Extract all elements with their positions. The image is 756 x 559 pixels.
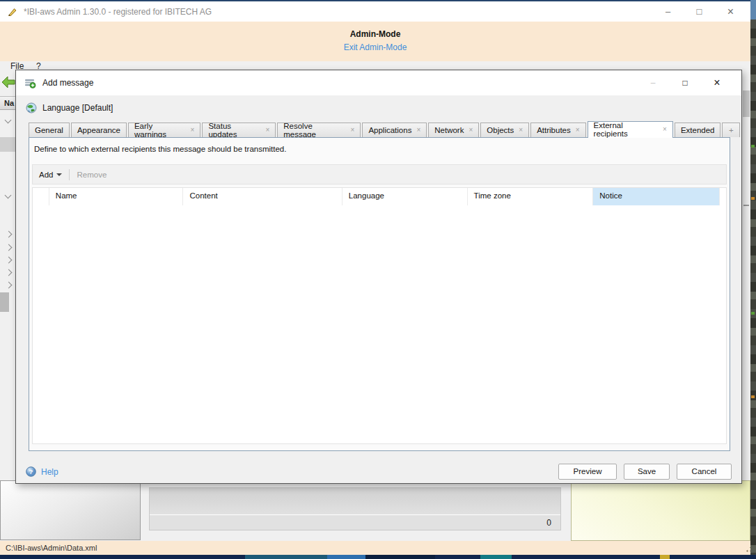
- dialog-close-icon[interactable]: ×: [701, 71, 733, 95]
- tab-objects[interactable]: Objects ×: [480, 123, 529, 137]
- screen: *IBI-aws Admin 1.30.0 - registered for I…: [0, 0, 756, 559]
- add-message-icon: [24, 77, 36, 88]
- table-body-empty: [33, 205, 726, 443]
- tab-resolve-message[interactable]: Resolve message ×: [277, 123, 361, 137]
- add-message-dialog: Add message – □ × Language [Default] G: [15, 70, 742, 484]
- row-indicator-column: [33, 188, 49, 205]
- table-header-row: Name Content Language Time zone Notice: [33, 188, 726, 206]
- dialog-window-controls: – □ ×: [637, 71, 733, 95]
- dialog-titlebar: Add message – □ ×: [16, 70, 741, 95]
- svg-text:?: ?: [29, 468, 33, 475]
- back-arrow-icon[interactable]: [1, 76, 15, 91]
- cancel-button[interactable]: Cancel: [677, 464, 732, 480]
- tab-appearance[interactable]: Appearance: [71, 123, 127, 137]
- tab-description: Define to which external recipients this…: [34, 145, 286, 153]
- tab-close-icon[interactable]: ×: [416, 127, 420, 134]
- column-header-name[interactable]: Name: [49, 188, 184, 205]
- tab-close-icon[interactable]: ×: [576, 127, 580, 134]
- minimize-icon[interactable]: –: [652, 2, 684, 21]
- tab-page-content: Define to which external recipients this…: [29, 137, 730, 451]
- chevron-down-icon: [56, 173, 62, 176]
- taskbar-strip: [0, 555, 756, 559]
- column-header-notice[interactable]: Notice: [593, 188, 720, 205]
- dialog-tabstrip: General Appearance Early warnings × Stat…: [29, 120, 741, 137]
- maximize-icon[interactable]: □: [684, 2, 715, 21]
- add-tab-button[interactable]: +: [722, 123, 740, 137]
- dialog-minimize-icon[interactable]: –: [637, 71, 669, 95]
- background-middle-panel: 0: [149, 487, 561, 530]
- desktop-sliver-top: [750, 0, 756, 19]
- tab-early-warnings[interactable]: Early warnings ×: [128, 123, 201, 137]
- globe-icon: [26, 102, 37, 113]
- scrollbar-thumb[interactable]: [743, 90, 750, 117]
- tab-close-icon[interactable]: ×: [351, 127, 355, 134]
- tab-status-updates[interactable]: Status updates ×: [202, 123, 276, 137]
- dialog-title: Add message: [42, 78, 93, 88]
- tab-attributes[interactable]: Attributes ×: [530, 123, 585, 137]
- tab-close-icon[interactable]: ×: [191, 127, 195, 134]
- recipients-table: Name Content Language Time zone Notice: [32, 187, 727, 444]
- tab-external-recipients[interactable]: External recipients ×: [588, 121, 673, 138]
- background-scrollbar[interactable]: [742, 72, 750, 541]
- add-button[interactable]: Add: [39, 171, 62, 179]
- remove-button[interactable]: Remove: [77, 171, 107, 179]
- window-title: *IBI-aws Admin 1.30.0 - registered for I…: [24, 7, 212, 17]
- save-button[interactable]: Save: [624, 464, 670, 480]
- recipients-toolbar: Add Remove: [32, 164, 727, 184]
- admin-mode-heading: Admin-Mode: [0, 22, 750, 39]
- admin-mode-banner: Admin-Mode Exit Admin-Mode: [0, 22, 750, 61]
- column-header-language[interactable]: Language: [342, 188, 468, 205]
- scrollbar-tick: [743, 205, 749, 206]
- background-note-panel: [571, 480, 750, 541]
- help-label: Help: [41, 467, 58, 477]
- help-link[interactable]: ? Help: [26, 466, 58, 477]
- tab-close-icon[interactable]: ×: [468, 127, 473, 134]
- app-icon: [7, 6, 18, 17]
- help-icon: ?: [26, 466, 36, 477]
- tab-network[interactable]: Network ×: [428, 123, 479, 137]
- close-icon[interactable]: ×: [715, 2, 746, 21]
- column-header-timezone[interactable]: Time zone: [468, 188, 594, 205]
- status-bar: C:\IBI-aws\Admin\Data.xml: [0, 541, 750, 555]
- tree-column-header: Na: [0, 96, 15, 110]
- tab-applications[interactable]: Applications ×: [362, 123, 427, 137]
- tree-selected-row[interactable]: [0, 137, 15, 152]
- tab-general[interactable]: General: [29, 123, 70, 137]
- exit-admin-mode-link[interactable]: Exit Admin-Mode: [0, 42, 750, 52]
- tab-close-icon[interactable]: ×: [519, 127, 523, 134]
- language-label: Language [Default]: [42, 103, 113, 113]
- toolbar-divider: [69, 169, 70, 180]
- main-window-controls: – □ ×: [652, 2, 746, 21]
- tab-close-icon[interactable]: ×: [663, 126, 667, 133]
- dialog-maximize-icon[interactable]: □: [669, 71, 701, 95]
- column-header-filler: [720, 188, 726, 205]
- desktop-sliver: [750, 19, 756, 555]
- tab-extended[interactable]: Extended: [675, 123, 721, 137]
- record-count-field: 0: [150, 514, 560, 530]
- preview-button[interactable]: Preview: [558, 464, 617, 480]
- background-left-panel: [0, 480, 141, 540]
- tab-close-icon[interactable]: ×: [265, 127, 269, 134]
- tree-scroll-fragment: [0, 292, 9, 312]
- column-header-content[interactable]: Content: [183, 188, 342, 205]
- main-titlebar: *IBI-aws Admin 1.30.0 - registered for I…: [0, 0, 750, 22]
- language-selector[interactable]: Language [Default]: [26, 102, 113, 113]
